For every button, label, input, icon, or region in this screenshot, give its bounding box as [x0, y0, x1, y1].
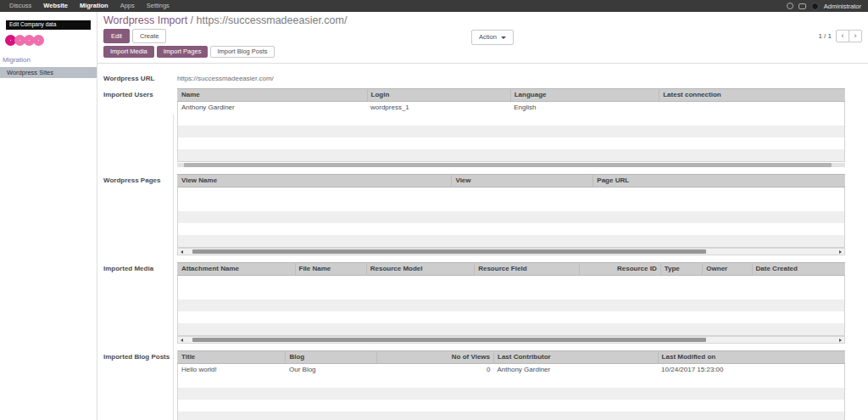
table-cell — [452, 223, 593, 235]
empty-row — [178, 137, 845, 149]
table-cell — [659, 102, 845, 115]
table-cell — [295, 288, 366, 300]
horizontal-scrollbar[interactable] — [177, 163, 845, 167]
column-header[interactable]: Owner — [703, 263, 752, 276]
scroll-left-icon[interactable] — [178, 337, 186, 343]
column-header[interactable]: Attachment Name — [178, 263, 296, 276]
breadcrumb-current: https://successmadeeasier.com/ — [197, 14, 348, 26]
column-header[interactable]: Name — [178, 89, 368, 102]
table-cell: Hello world! — [178, 364, 286, 377]
table-cell — [367, 126, 510, 137]
horizontal-scrollbar[interactable] — [177, 336, 845, 344]
imported-users-table: NameLoginLanguageLatest connectionAnthon… — [177, 88, 845, 162]
column-header[interactable]: File Name — [295, 263, 366, 276]
menu-settings[interactable]: Settings — [141, 0, 175, 12]
action-dropdown-button[interactable]: Action — [471, 30, 514, 45]
horizontal-scrollbar[interactable] — [177, 248, 845, 255]
scroll-right-icon[interactable] — [837, 337, 844, 343]
scrollbar-thumb[interactable] — [192, 338, 707, 342]
user-menu[interactable]: Administrator — [824, 3, 861, 10]
create-button[interactable]: Create — [132, 29, 167, 44]
table-cell — [579, 288, 660, 300]
column-header[interactable]: Resource ID — [579, 263, 660, 276]
table-cell — [660, 300, 703, 311]
breadcrumb-parent-link[interactable]: Wordpress Import — [103, 14, 187, 26]
empty-row — [178, 276, 845, 288]
edit-company-data-button[interactable]: Edit Company data — [6, 20, 91, 30]
field-label: Imported Media — [103, 262, 173, 272]
table-cell — [366, 300, 474, 311]
table-cell — [494, 400, 659, 412]
table-cell — [593, 223, 845, 235]
table-cell — [178, 137, 368, 149]
column-header[interactable]: Resource Field — [475, 263, 580, 276]
table-cell — [366, 288, 474, 300]
table-cell — [178, 376, 286, 388]
field-label: Imported Users — [103, 88, 173, 98]
scrollbar-thumb[interactable] — [192, 249, 707, 254]
import-pages-button[interactable]: Import Pages — [157, 46, 209, 58]
import-media-button[interactable]: Import Media — [103, 46, 154, 58]
menu-discuss[interactable]: Discuss — [3, 0, 37, 12]
empty-row — [178, 114, 845, 126]
pager-value[interactable]: 1 / 1 — [818, 32, 832, 40]
table-cell — [579, 300, 660, 311]
table-cell — [286, 376, 377, 388]
column-header[interactable]: Login — [367, 89, 510, 102]
table-cell — [178, 276, 296, 288]
column-header[interactable]: Latest connection — [659, 89, 845, 102]
company-logo — [0, 31, 97, 48]
column-header[interactable]: Last Contributor — [494, 351, 659, 364]
form-buttons: Import Media Import Pages Import Blog Po… — [103, 46, 862, 58]
menu-migration[interactable]: Migration — [74, 0, 114, 12]
table-cell — [295, 323, 366, 336]
column-header[interactable]: Resource Model — [366, 263, 474, 276]
table-cell — [593, 211, 845, 223]
import-blog-posts-button[interactable]: Import Blog Posts — [210, 46, 274, 58]
table-cell — [752, 276, 844, 288]
column-header[interactable]: View Name — [178, 175, 452, 188]
table-cell: Our Blog — [286, 364, 377, 377]
table-cell — [178, 323, 296, 336]
edit-button[interactable]: Edit — [103, 29, 130, 44]
column-header[interactable]: No of Views — [377, 351, 494, 364]
scroll-left-icon[interactable] — [178, 249, 186, 255]
table-row[interactable]: Hello world!Our Blog0Anthony Gardiner10/… — [178, 364, 845, 377]
column-header[interactable]: Type — [660, 263, 703, 276]
column-header[interactable]: Blog — [286, 351, 377, 364]
sidebar-item-wordpress-sites[interactable]: Wordpress Sites — [0, 67, 97, 78]
table-cell — [452, 199, 593, 211]
table-cell — [752, 288, 844, 300]
field-wordpress-url: Wordpress URL https://successmadeeasier.… — [97, 64, 868, 88]
column-header[interactable]: Title — [178, 351, 286, 364]
activities-icon[interactable] — [787, 3, 793, 9]
table-row[interactable]: Anthony Gardinerwordpress_1English — [178, 102, 845, 115]
pager-next-button[interactable]: › — [849, 30, 862, 42]
column-header[interactable]: Last Modified on — [658, 351, 844, 364]
table-cell — [366, 276, 474, 288]
messages-icon[interactable] — [798, 3, 806, 9]
column-header[interactable]: Date Created — [752, 263, 844, 276]
column-header[interactable]: Language — [510, 89, 659, 102]
table-cell: Anthony Gardiner — [178, 102, 368, 115]
column-header[interactable]: View — [452, 175, 593, 188]
menu-apps[interactable]: Apps — [114, 0, 141, 12]
table-cell — [593, 235, 845, 248]
table-cell — [593, 199, 845, 211]
scrollbar-thumb[interactable] — [184, 163, 832, 167]
column-header[interactable]: Page URL — [593, 175, 845, 188]
menu-website[interactable]: Website — [37, 0, 74, 12]
table-cell — [660, 276, 703, 288]
table-cell — [752, 323, 844, 336]
table-cell: Anthony Gardiner — [494, 364, 659, 377]
empty-row — [178, 211, 845, 223]
user-avatar[interactable] — [811, 3, 819, 10]
empty-row — [178, 376, 845, 388]
table-cell — [366, 311, 474, 323]
empty-row — [178, 149, 845, 162]
scroll-right-icon[interactable] — [837, 249, 844, 255]
table-cell — [703, 323, 752, 336]
table-cell — [367, 149, 510, 162]
table-cell — [660, 288, 703, 300]
pager-previous-button[interactable]: ‹ — [836, 30, 849, 42]
